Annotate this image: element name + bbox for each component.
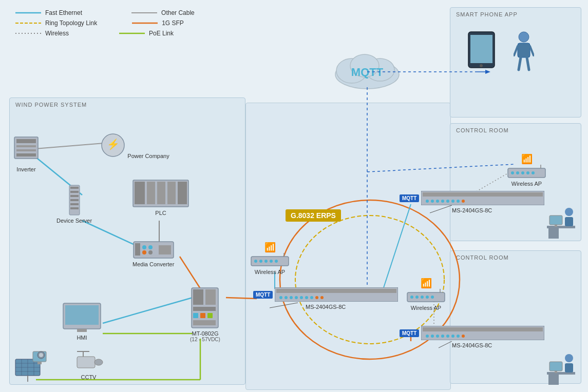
- svg-point-107: [315, 296, 318, 299]
- svg-point-75: [94, 359, 103, 365]
- legend-1g-sfp-label: 1G SFP: [162, 19, 184, 27]
- svg-rect-149: [518, 43, 530, 57]
- svg-rect-157: [555, 225, 557, 227]
- svg-rect-37: [16, 139, 36, 143]
- svg-rect-55: [178, 182, 187, 204]
- mqtt-badge-left: MQTT: [253, 291, 273, 299]
- svg-point-147: [480, 64, 483, 67]
- legend-ring-label: Ring Topology Link: [45, 19, 97, 27]
- svg-point-141: [521, 171, 524, 174]
- wireless-ap-left-label: Wireless AP: [255, 269, 285, 275]
- svg-point-135: [457, 335, 460, 338]
- svg-rect-128: [423, 327, 543, 331]
- svg-point-108: [320, 296, 324, 299]
- mt-device: MT-0802G (12 - 57VDC): [190, 287, 220, 342]
- svg-point-106: [310, 296, 313, 299]
- switch-top-right: MQTT MS-2404GS-8C: [400, 191, 544, 213]
- svg-rect-70: [193, 313, 198, 318]
- svg-rect-45: [70, 191, 79, 193]
- svg-point-148: [519, 32, 529, 42]
- svg-point-104: [300, 296, 303, 299]
- svg-point-142: [526, 171, 529, 174]
- svg-point-125: [431, 296, 434, 299]
- svg-text:⚡: ⚡: [107, 138, 120, 150]
- legend-wireless: Wireless PoE Link: [15, 30, 195, 37]
- svg-point-134: [451, 335, 454, 338]
- svg-point-164: [565, 354, 573, 362]
- mt-label: MT-0802G: [192, 330, 218, 337]
- wireless-ap-ctrl-label: Wireless AP: [511, 181, 542, 187]
- svg-point-116: [451, 200, 454, 203]
- switch-left-label: MS-2404GS-8C: [306, 304, 346, 310]
- svg-rect-110: [423, 192, 543, 197]
- mqtt-badge-right-bottom: MQTT: [400, 329, 419, 337]
- svg-text:📶: 📶: [264, 242, 276, 252]
- svg-rect-46: [70, 195, 79, 197]
- svg-point-102: [290, 296, 293, 299]
- svg-point-112: [431, 200, 434, 203]
- svg-rect-65: [77, 329, 87, 332]
- svg-point-133: [446, 335, 449, 338]
- svg-point-100: [279, 296, 282, 299]
- mqtt-cloud: MQTT: [329, 46, 406, 94]
- svg-rect-38: [16, 145, 36, 147]
- svg-point-95: [270, 260, 273, 263]
- worker-bottom: [544, 349, 578, 389]
- svg-point-101: [284, 296, 288, 299]
- svg-point-59: [148, 245, 153, 249]
- switch-bottom-right: MQTT MS-2404GS-8C: [400, 326, 544, 348]
- svg-rect-86: [37, 362, 42, 364]
- svg-point-143: [532, 171, 535, 174]
- svg-rect-62: [159, 245, 171, 254]
- svg-rect-49: [70, 207, 79, 209]
- mt-sublabel: (12 - 57VDC): [190, 337, 220, 342]
- svg-rect-54: [167, 182, 176, 204]
- media-converter-label: Media Converter: [132, 261, 174, 267]
- svg-line-152: [514, 46, 518, 55]
- legend-other-cable-label: Other Cable: [161, 9, 195, 16]
- wind-power-label: WIND POWER SYSTEM: [15, 102, 87, 108]
- svg-rect-99: [276, 289, 396, 293]
- legend-wireless-label: Wireless: [45, 30, 69, 37]
- switch-bottom-left: MQTT MS-2404GS-8C: [253, 287, 398, 310]
- wireless-ap-ctrl: 📶 Wireless AP: [507, 153, 546, 187]
- legend: Fast Ethernet Other Cable Ring Topology …: [15, 9, 195, 37]
- svg-point-129: [426, 335, 429, 338]
- svg-point-105: [305, 296, 308, 299]
- svg-point-117: [457, 200, 460, 203]
- inverter-label: Inverter: [16, 166, 35, 172]
- svg-point-158: [565, 208, 573, 216]
- svg-line-150: [519, 57, 521, 70]
- svg-rect-161: [548, 375, 559, 385]
- cctv-label: CCTV: [81, 374, 97, 380]
- svg-rect-156: [549, 215, 562, 225]
- svg-rect-57: [135, 243, 140, 256]
- svg-point-61: [148, 250, 153, 254]
- svg-point-122: [415, 296, 419, 299]
- svg-rect-73: [193, 320, 216, 325]
- svg-rect-72: [207, 313, 213, 318]
- svg-rect-44: [70, 187, 79, 189]
- svg-point-123: [421, 296, 424, 299]
- device-server: Device Server: [56, 185, 92, 224]
- power-company-device: ⚡ Power Company: [100, 132, 169, 160]
- svg-rect-40: [16, 153, 36, 156]
- svg-rect-165: [565, 363, 573, 373]
- svg-point-89: [39, 353, 43, 357]
- svg-point-96: [275, 260, 278, 263]
- svg-rect-52: [147, 182, 155, 204]
- svg-point-93: [259, 260, 262, 263]
- media-converter-device: Media Converter: [132, 241, 174, 267]
- hmi-label: HMI: [77, 335, 87, 341]
- svg-point-121: [410, 296, 413, 299]
- svg-point-58: [142, 245, 146, 249]
- solar-device: [14, 349, 48, 382]
- inverter-device: Inverter: [13, 136, 39, 172]
- svg-point-115: [446, 200, 449, 203]
- svg-point-139: [511, 171, 514, 174]
- svg-rect-48: [70, 203, 79, 205]
- power-company-label: Power Company: [127, 153, 169, 159]
- control-room-bottom-label: CONTROL ROOM: [456, 254, 509, 261]
- svg-rect-163: [555, 371, 557, 373]
- svg-point-60: [142, 250, 146, 254]
